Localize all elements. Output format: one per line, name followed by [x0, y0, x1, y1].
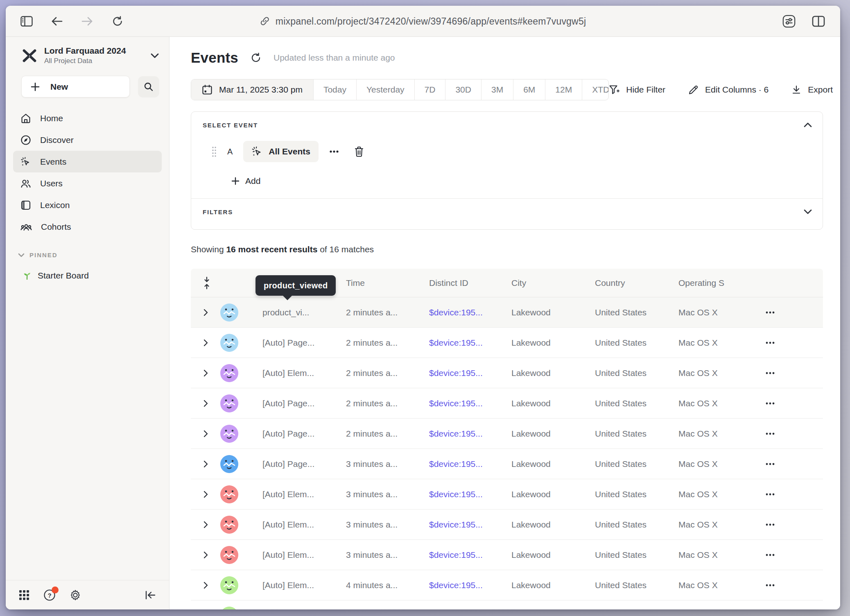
collapse-sidebar-icon[interactable]	[145, 590, 156, 600]
table-row[interactable]: [Auto] Page... 2 minutes a... $device:19…	[191, 328, 823, 358]
col-header-country[interactable]: Country	[595, 278, 625, 288]
pinned-section-toggle[interactable]: PINNED	[6, 238, 169, 258]
distinct-id-link[interactable]: $device:195...	[429, 489, 483, 499]
sidebar-item-lexicon[interactable]: Lexicon	[13, 194, 162, 216]
distinct-id-link[interactable]: $device:195...	[429, 338, 483, 348]
reload-icon[interactable]	[111, 14, 124, 28]
expand-row-icon[interactable]	[191, 449, 220, 479]
row-actions-button[interactable]	[765, 402, 775, 405]
search-button[interactable]	[138, 76, 159, 97]
row-actions-button[interactable]	[765, 311, 775, 314]
row-actions-button[interactable]	[765, 584, 775, 587]
refresh-icon[interactable]	[251, 52, 261, 63]
event-name-cell[interactable]: [Auto] Page...	[262, 338, 314, 348]
table-row[interactable]: [Auto] Elem... 3 minutes a... $device:19…	[191, 540, 823, 570]
event-name-cell[interactable]: [Auto] Elem...	[262, 550, 314, 560]
range-xtd[interactable]: XTD	[582, 79, 609, 100]
row-actions-button[interactable]	[765, 553, 775, 557]
distinct-id-link[interactable]: $device:195...	[429, 399, 483, 408]
add-event-button[interactable]: Add	[231, 176, 811, 186]
expand-row-icon[interactable]	[191, 479, 220, 509]
row-actions-button[interactable]	[765, 523, 775, 526]
sidebar-item-home[interactable]: Home	[13, 107, 162, 129]
col-header-operating-system[interactable]: Operating S	[678, 278, 724, 288]
expand-row-icon[interactable]	[191, 570, 220, 600]
row-actions-button[interactable]	[765, 371, 775, 375]
help-icon[interactable]: ?	[43, 589, 56, 601]
event-name-cell[interactable]: [Auto] Elem...	[262, 489, 314, 499]
expand-row-icon[interactable]	[191, 328, 220, 358]
distinct-id-link[interactable]: $device:195...	[429, 308, 483, 317]
sidebar-item-cohorts[interactable]: Cohorts	[13, 216, 162, 238]
table-row[interactable]: [Auto] Elem... 3 minutes a... $device:19…	[191, 479, 823, 510]
row-actions-button[interactable]	[765, 493, 775, 496]
drag-handle-icon[interactable]	[212, 146, 217, 157]
event-name-cell[interactable]: [Auto] Page...	[262, 399, 314, 408]
event-name-cell[interactable]: product_vi...	[262, 308, 309, 317]
export-button[interactable]: Export	[791, 85, 833, 95]
range-yesterday[interactable]: Yesterday	[356, 79, 414, 100]
chevron-down-icon[interactable]	[804, 209, 812, 214]
range-3m[interactable]: 3M	[481, 79, 513, 100]
event-name-cell[interactable]: [Auto] Elem...	[262, 368, 314, 378]
hide-filter-button[interactable]: Hide Filter	[609, 85, 665, 95]
delete-event-button[interactable]	[354, 146, 364, 157]
range-7d[interactable]: 7D	[414, 79, 445, 100]
table-row[interactable]: [Auto] Elem... 4 minutes a... $device:19…	[191, 570, 823, 600]
forward-icon[interactable]	[80, 14, 94, 28]
table-row[interactable]: [Auto] Elem... 3 minutes a... $device:19…	[191, 510, 823, 540]
table-row[interactable]: [Auto] Page... 2 minutes a... $device:19…	[191, 419, 823, 449]
range-30d[interactable]: 30D	[445, 79, 481, 100]
event-name-cell[interactable]: [Auto] Elem...	[262, 580, 314, 590]
collapse-rows-icon[interactable]	[191, 269, 220, 297]
table-row[interactable]: [Auto] Page... 3 minutes a... $device:19…	[191, 449, 823, 479]
distinct-id-link[interactable]: $device:195...	[429, 459, 483, 469]
expand-row-icon[interactable]	[191, 510, 220, 539]
pinned-item-starter-board[interactable]: Starter Board	[6, 258, 169, 281]
distinct-id-link[interactable]: $device:195...	[429, 368, 483, 378]
row-actions-button[interactable]	[765, 432, 775, 435]
expand-row-icon[interactable]	[191, 358, 220, 388]
row-actions-button[interactable]	[765, 341, 775, 344]
distinct-id-link[interactable]: $device:195...	[429, 429, 483, 439]
chevron-up-icon[interactable]	[804, 122, 812, 127]
table-row[interactable]: [Auto] Page... 2 minutes a... $device:19…	[191, 388, 823, 419]
range-6m[interactable]: 6M	[513, 79, 545, 100]
distinct-id-link[interactable]: $device:195...	[429, 550, 483, 560]
table-row[interactable]: product_vi... 2 minutes a... $device:195…	[191, 297, 823, 328]
distinct-id-link[interactable]: $device:195...	[429, 520, 483, 530]
edit-columns-button[interactable]: Edit Columns · 6	[688, 85, 769, 95]
event-name-cell[interactable]: [Auto] Page...	[262, 429, 314, 439]
expand-row-icon[interactable]	[191, 540, 220, 570]
expand-row-icon[interactable]	[191, 388, 220, 418]
sidebar-item-discover[interactable]: Discover	[13, 129, 162, 151]
event-name-cell[interactable]: [Auto] Page...	[262, 459, 314, 469]
row-actions-button[interactable]	[765, 462, 775, 466]
expand-row-icon[interactable]	[191, 419, 220, 448]
col-header-time[interactable]: Time	[346, 278, 365, 288]
sidebar-item-events[interactable]: Events	[13, 151, 162, 172]
settings-gear-icon[interactable]	[70, 589, 81, 601]
range-today[interactable]: Today	[313, 79, 356, 100]
address-bar[interactable]: mixpanel.com/project/3472420/view/397469…	[260, 16, 586, 27]
event-more-options-button[interactable]	[329, 150, 339, 153]
split-view-icon[interactable]	[812, 14, 825, 28]
back-icon[interactable]	[50, 14, 64, 28]
sidebar-item-users[interactable]: Users	[13, 172, 162, 194]
expand-row-icon[interactable]	[191, 297, 220, 327]
expand-row-icon[interactable]	[191, 600, 220, 609]
date-picker-button[interactable]: Mar 11, 2025 3:30 pm	[191, 79, 313, 100]
browser-sidebar-toggle-icon[interactable]	[20, 14, 34, 28]
col-header-distinct-id[interactable]: Distinct ID	[429, 278, 468, 288]
project-switcher[interactable]: Lord Farquaad 2024 All Project Data	[6, 37, 169, 65]
range-12m[interactable]: 12M	[545, 79, 582, 100]
table-row[interactable]: [Auto] Elem... 2 minutes a... $device:19…	[191, 358, 823, 388]
distinct-id-link[interactable]: $device:195...	[429, 580, 483, 590]
col-header-city[interactable]: City	[511, 278, 526, 288]
table-row[interactable]	[191, 600, 823, 609]
new-button[interactable]: New	[21, 76, 130, 97]
apps-grid-icon[interactable]	[19, 590, 29, 600]
page-settings-icon[interactable]	[782, 14, 796, 28]
event-selector-chip[interactable]: All Events	[243, 141, 319, 162]
event-name-cell[interactable]: [Auto] Elem...	[262, 520, 314, 530]
